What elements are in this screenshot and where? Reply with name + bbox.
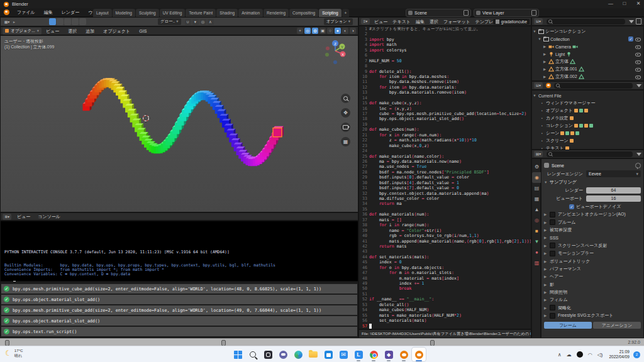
- viewport-samples-field[interactable]: 16: [586, 195, 641, 202]
- section-checkbox[interactable]: [550, 243, 555, 248]
- properties-tab-render[interactable]: ◉: [532, 172, 541, 183]
- outliner-row-オブジェクト[interactable]: ▪オブジェクト: [532, 107, 643, 114]
- render-engine-dropdown[interactable]: Eevee▾: [586, 170, 641, 177]
- taskbar-icon-chat[interactable]: [276, 348, 290, 361]
- expand-icon[interactable]: ▶: [542, 75, 547, 79]
- code-line[interactable]: 8: [359, 63, 531, 69]
- expand-icon[interactable]: ▼: [537, 37, 542, 41]
- new-scene-icon[interactable]: [464, 10, 469, 16]
- proportional-editing-icon[interactable]: ◎: [200, 19, 206, 25]
- code-line[interactable]: 17 cube = bpy.ops.mesh.primitive_cube_ad…: [359, 111, 531, 116]
- section-モーションブラー[interactable]: ▶モーションブラー: [544, 250, 641, 257]
- code-line[interactable]: 11 bpy.data.meshes.remove(item): [359, 79, 531, 84]
- section-ボリューメトリック[interactable]: ▶ボリューメトリック: [544, 257, 641, 265]
- viewport-menu-追加[interactable]: 追加: [81, 27, 99, 35]
- outliner-row-current-file[interactable]: ▼Current File: [532, 92, 643, 99]
- filter-icon[interactable]: [636, 84, 641, 87]
- expand-icon[interactable]: ▶: [542, 60, 547, 63]
- expand-icon[interactable]: ▼: [532, 30, 537, 33]
- outliner-row-立方体.002[interactable]: ▶立方体.002: [532, 73, 643, 80]
- snap-magnet-icon[interactable]: ∪: [185, 19, 191, 25]
- taskbar-icon-store[interactable]: [321, 348, 335, 361]
- taskbar-icon-blender[interactable]: [397, 348, 411, 361]
- section-SSS[interactable]: ▶SSS: [544, 234, 641, 241]
- outliner-row-カメラ設定[interactable]: ▪カメラ設定: [532, 114, 643, 122]
- section-被写界深度[interactable]: ▶被写界深度: [544, 226, 641, 234]
- code-line[interactable]: 49 index += 1: [359, 281, 531, 286]
- shading-solid-icon[interactable]: ●: [335, 28, 341, 34]
- console-menu-ビュー[interactable]: ビュー: [13, 212, 34, 221]
- properties-tab-material[interactable]: ●: [532, 247, 541, 258]
- blendfile-editor-icon[interactable]: ⊟▾: [534, 82, 543, 89]
- add-workspace-button[interactable]: +: [342, 9, 350, 17]
- code-line[interactable]: 21 for x in range(-num,num):: [359, 133, 531, 138]
- menu-編集[interactable]: 編集: [40, 8, 57, 16]
- viewport-menu-選択[interactable]: 選択: [64, 27, 81, 35]
- properties-tab-data[interactable]: ▼: [532, 236, 541, 247]
- code-line[interactable]: 40 rgb = colorsys.hsv_to_rgb(i/num,1,1): [359, 233, 531, 238]
- code-line[interactable]: 24: [359, 148, 531, 153]
- overlays-toggle-icon[interactable]: ◍: [312, 28, 318, 34]
- volume-icon[interactable]: ◁): [597, 352, 603, 358]
- expand-icon[interactable]: ▶: [544, 236, 550, 239]
- workspace-tab-Animation[interactable]: Animation: [238, 9, 263, 17]
- visibility-eye-icon[interactable]: [635, 36, 641, 42]
- code-line[interactable]: 31 bsdf.inputs[7].default_value = 0: [359, 185, 531, 190]
- taskbar-icon-chrome[interactable]: [367, 348, 380, 361]
- animation-button[interactable]: アニメーション: [593, 322, 641, 329]
- shading-wireframe-icon[interactable]: ○: [327, 28, 333, 34]
- code-line[interactable]: 30 bsdf.inputs[4].default_value = 1: [359, 180, 531, 185]
- expand-icon[interactable]: ▶: [544, 251, 550, 255]
- expand-icon[interactable]: ▶: [542, 45, 547, 48]
- text-menu-フォーマット[interactable]: フォーマット: [441, 18, 473, 26]
- select-box-tool[interactable]: [49, 18, 56, 25]
- section-checkbox[interactable]: [550, 251, 555, 256]
- taskbar-icon-start[interactable]: [231, 348, 245, 361]
- taskbar-icon-mail[interactable]: ✉: [336, 348, 350, 361]
- expand-icon[interactable]: ▶: [544, 290, 550, 294]
- info-log-row[interactable]: ✓bpy.ops.object.material_slot_add(): [1, 316, 357, 326]
- outliner-row-Camera[interactable]: ▶Camera: [532, 43, 643, 50]
- text-menu-編集[interactable]: 編集: [413, 18, 427, 26]
- section-ブルーム[interactable]: ▶ブルーム: [544, 218, 641, 226]
- section-checkbox[interactable]: [550, 305, 555, 310]
- code-line[interactable]: 7HALF_NUM = 50: [359, 58, 531, 63]
- info-log-row[interactable]: ✓bpy.ops.object.material_slot_add(): [1, 295, 357, 304]
- properties-tab-view-layer[interactable]: ▦: [532, 194, 541, 204]
- text-menu-ビュー[interactable]: ビュー: [372, 18, 390, 26]
- expand-icon[interactable]: ▶: [544, 275, 550, 278]
- code-line[interactable]: 32 bpy.context.object.data.materials.app…: [359, 191, 531, 196]
- code-line[interactable]: 16 loc = (x,y,z): [359, 106, 531, 111]
- falloff-curve-icon[interactable]: ∧: [208, 19, 214, 25]
- section-パフォーマンス[interactable]: ▶パフォーマンス: [544, 265, 641, 273]
- camera-view-button[interactable]: [341, 123, 350, 132]
- cursor-tool[interactable]: [57, 18, 64, 25]
- code-line[interactable]: 38 for i in range(num):: [359, 222, 531, 228]
- properties-tab-object[interactable]: ■: [532, 226, 541, 236]
- workspace-tab-UV Editing[interactable]: UV Editing: [160, 9, 186, 17]
- filter-icon[interactable]: [636, 153, 641, 156]
- section-ヘアー[interactable]: ▶ヘアー: [544, 273, 641, 280]
- text-menu-テキスト[interactable]: テキスト: [390, 18, 413, 26]
- code-line[interactable]: 15def make_cube(x,y,z):: [359, 101, 531, 106]
- expand-icon[interactable]: ▶: [544, 283, 550, 287]
- workspace-tab-Sculpting[interactable]: Sculpting: [136, 9, 159, 17]
- perspective-toggle-button[interactable]: ▦: [341, 137, 350, 146]
- code-line[interactable]: 5import colorsys: [359, 48, 531, 53]
- xray-toggle-icon[interactable]: ▣: [319, 28, 326, 34]
- section-スクリーンスペース反射[interactable]: ▶スクリーンスペース反射: [544, 242, 641, 250]
- blender-menu-icon[interactable]: [4, 9, 9, 15]
- code-line[interactable]: 56 set_materials(mats): [359, 318, 531, 323]
- workspace-tab-Compositing[interactable]: Compositing: [289, 9, 318, 17]
- taskbar-clock[interactable]: 21:09 2022/04/09: [609, 349, 630, 359]
- code-line[interactable]: 19: [359, 122, 531, 127]
- code-line[interactable]: 37 mats = []: [359, 217, 531, 222]
- section-間接照明[interactable]: ▶間接照明: [544, 288, 641, 296]
- code-line[interactable]: 3import bpy: [359, 37, 531, 42]
- code-line[interactable]: 46 for o in bpy.data.objects:: [359, 265, 531, 270]
- pin-icon[interactable]: [635, 163, 641, 168]
- visibility-eye-icon[interactable]: [635, 74, 641, 80]
- code-line[interactable]: 45 index = 0: [359, 260, 531, 265]
- code-line[interactable]: 55 mats = make_materials(HALF_NUM*2): [359, 313, 531, 318]
- code-line[interactable]: 42 return mats: [359, 244, 531, 249]
